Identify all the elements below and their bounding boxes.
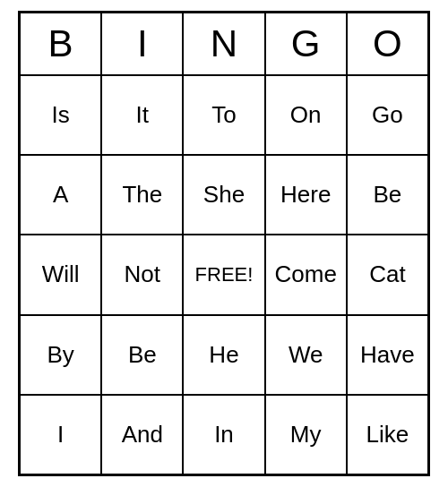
- cell-r5c2: And: [101, 395, 183, 474]
- cell-free: FREE!: [183, 235, 264, 314]
- cell-r2c2: The: [101, 155, 183, 235]
- cell-r5c3: In: [183, 395, 264, 474]
- header-i: I: [101, 13, 183, 75]
- cell-r2c4: Here: [265, 155, 347, 235]
- header-o: O: [347, 13, 428, 75]
- cell-r4c4: We: [265, 315, 347, 395]
- header-g: G: [265, 13, 347, 75]
- cell-r3c4: Come: [265, 235, 347, 314]
- cell-r1c3: To: [183, 75, 264, 155]
- cell-r5c4: My: [265, 395, 347, 474]
- cell-r2c3: She: [183, 155, 264, 235]
- cell-r4c1: By: [20, 315, 101, 395]
- cell-r5c1: I: [20, 395, 101, 474]
- header-n: N: [183, 13, 264, 75]
- cell-r2c1: A: [20, 155, 101, 235]
- cell-r1c5: Go: [347, 75, 428, 155]
- header-b: B: [20, 13, 101, 75]
- cell-r3c5: Cat: [347, 235, 428, 314]
- cell-r2c5: Be: [347, 155, 428, 235]
- cell-r5c5: Like: [347, 395, 428, 474]
- cell-r1c4: On: [265, 75, 347, 155]
- bingo-card: B I N G O Is It To On Go A The She Here …: [18, 11, 430, 476]
- cell-r4c3: He: [183, 315, 264, 395]
- cell-r1c2: It: [101, 75, 183, 155]
- cell-r1c1: Is: [20, 75, 101, 155]
- cell-r3c1: Will: [20, 235, 101, 314]
- cell-r4c5: Have: [347, 315, 428, 395]
- cell-r3c2: Not: [101, 235, 183, 314]
- cell-r4c2: Be: [101, 315, 183, 395]
